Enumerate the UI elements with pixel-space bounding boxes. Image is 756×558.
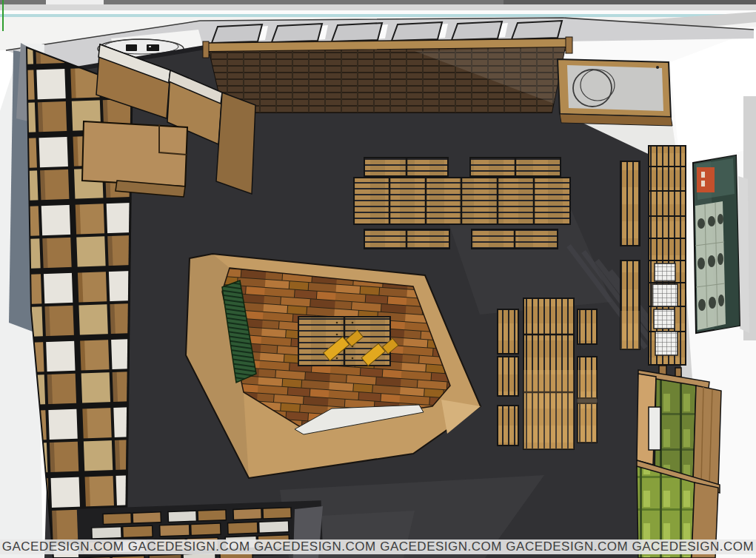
skylight-panel	[452, 21, 502, 40]
side-cabinet	[216, 93, 255, 194]
skylight-panel	[332, 23, 382, 41]
storage-box	[233, 508, 261, 520]
render-viewport: GACEDESIGN.COM GACEDESIGN.COM GACEDESIGN…	[0, 0, 756, 558]
outer-white-band	[0, 10, 756, 14]
slatted-screen	[203, 37, 572, 112]
storage-box	[149, 554, 181, 558]
mesh-basket	[654, 309, 675, 329]
watermark-text: GACEDESIGN.COM	[506, 539, 628, 554]
poster-symbol	[698, 299, 706, 311]
watermark-text: GACEDESIGN.COM	[632, 539, 754, 554]
teal-accent-line	[0, 14, 756, 17]
wall-poster	[693, 155, 749, 333]
storage-box	[228, 522, 258, 534]
mesh-basket	[652, 284, 678, 306]
skylight-panel	[272, 24, 322, 42]
white-shelf-cell	[649, 407, 660, 450]
mesh-basket	[655, 263, 675, 281]
bench-vertical	[498, 406, 518, 446]
poster-symbol	[698, 258, 705, 269]
poster-symbol	[709, 297, 716, 309]
sunlight-tint	[578, 370, 597, 443]
skylight-panel	[212, 24, 262, 43]
bench-group-vertical	[498, 298, 597, 449]
platform-table	[298, 317, 398, 369]
poster-seal-mark	[701, 172, 705, 178]
poster-symbol	[708, 216, 715, 226]
sunlight-tint	[620, 311, 640, 349]
mesh-basket	[655, 332, 678, 355]
wall-slat-shelf	[649, 146, 686, 365]
interior-3d-render	[0, 0, 756, 558]
storage-box-white	[168, 511, 196, 522]
poster-seal	[697, 167, 715, 192]
poster-symbol	[698, 218, 705, 229]
screw-dot	[336, 357, 338, 360]
shelf-connector	[675, 368, 681, 377]
fixture-speaker-icon	[147, 44, 159, 51]
storage-box-white	[259, 521, 289, 533]
service-counter	[558, 59, 672, 126]
top-bar-light-segment	[46, 0, 104, 4]
storage-box	[103, 513, 131, 524]
skylight-panel	[392, 22, 442, 41]
storage-box	[123, 525, 153, 537]
fixture-speaker-icon	[126, 44, 137, 51]
green-shelf-wood-side	[693, 386, 721, 488]
screen-rail-cap	[203, 41, 209, 58]
screw-dot	[352, 357, 354, 360]
storage-box	[160, 524, 190, 536]
storage-box-white	[92, 527, 121, 539]
bench-vertical	[578, 309, 597, 344]
storage-box	[198, 510, 226, 521]
watermark-text: GACEDESIGN.COM	[254, 539, 376, 554]
poster-symbol	[717, 253, 723, 265]
storage-box	[263, 508, 291, 519]
screw-dot	[336, 334, 338, 336]
watermark-text: GACEDESIGN.COM	[128, 539, 250, 554]
storage-box	[191, 523, 221, 535]
bench-vertical	[498, 309, 518, 354]
poster-symbol	[717, 214, 723, 224]
green-shelving	[637, 366, 721, 558]
watermark-text: GACEDESIGN.COM	[2, 539, 124, 554]
storage-box	[133, 512, 161, 523]
poster-symbol	[718, 295, 724, 306]
poster-symbol	[708, 255, 715, 267]
counter-dot	[656, 66, 659, 69]
skylight-panel	[512, 21, 562, 39]
fixture-speaker-slot	[149, 46, 151, 47]
bench-vertical	[620, 161, 640, 246]
poster-seal-mark	[701, 181, 705, 186]
watermark-band: GACEDESIGN.COM GACEDESIGN.COM GACEDESIGN…	[0, 539, 756, 554]
green-axis-line	[2, 0, 4, 31]
screen-rail-cap	[566, 37, 572, 53]
screw-dot	[352, 322, 354, 324]
outer-gray-band	[0, 4, 756, 10]
watermark-text: GACEDESIGN.COM	[380, 539, 502, 554]
bench-vertical	[498, 357, 518, 396]
sunlight-tint	[523, 370, 574, 449]
screw-dot	[336, 322, 338, 324]
